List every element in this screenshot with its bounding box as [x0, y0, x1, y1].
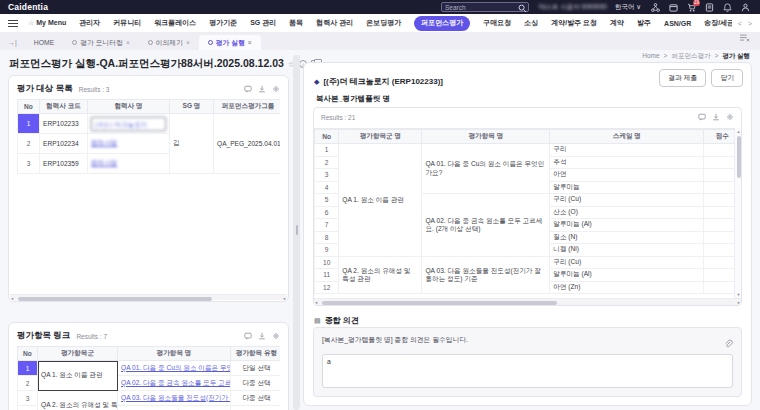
partner-name-link[interactable]: 협력사명	[91, 159, 117, 166]
code-cell[interactable]: ERP102234	[40, 134, 88, 154]
no-cell[interactable]: 10	[315, 256, 339, 269]
hscroll-thumb[interactable]	[322, 301, 557, 305]
scale-cell[interactable]: 니켈 (Ni)	[550, 244, 704, 257]
scale-cell[interactable]: 알루미늄 (Al)	[550, 269, 704, 282]
item-link[interactable]: QA 01. 다음 중 Cu의 원소 이름은 무엇인가요?	[121, 364, 231, 371]
menu-item-계약[interactable]: 계약	[610, 18, 624, 28]
tab-평가 실행[interactable]: 평가 실행×	[199, 35, 261, 50]
menu-item-워크플레이스[interactable]: 워크플레이스	[154, 18, 196, 28]
menu-item-협력사 관리[interactable]: 협력사 관리	[316, 18, 353, 28]
scale-cell[interactable]: 알루미늄	[550, 181, 704, 194]
memo-icon[interactable]	[698, 113, 706, 121]
gear-icon[interactable]	[272, 85, 280, 93]
detail-hscrollbar[interactable]: ◂ ▸	[314, 298, 741, 305]
collapse-tabs-icon[interactable]: →|	[8, 39, 17, 46]
no-cell[interactable]: 1	[18, 114, 40, 134]
gear-icon[interactable]	[726, 113, 734, 121]
no-cell[interactable]: 2	[315, 156, 339, 169]
menu-item-구매요청[interactable]: 구매요청	[483, 18, 511, 28]
no-cell[interactable]: 7	[315, 219, 339, 232]
scale-cell[interactable]: 구리 (Cu)	[550, 194, 704, 207]
memo-icon[interactable]	[244, 85, 252, 93]
no-cell[interactable]: 6	[315, 206, 339, 219]
target-hscrollbar[interactable]: ◂ ▸	[10, 294, 287, 300]
bell-icon[interactable]	[723, 3, 732, 12]
scale-cell[interactable]: 아연	[550, 169, 704, 182]
sg-cell[interactable]: 김	[170, 114, 214, 174]
breadcrumb-퍼포먼스평가[interactable]: 퍼포먼스평가	[671, 52, 710, 61]
detail-vscrollbar[interactable]: ▲ ▼	[734, 128, 741, 298]
menu-item-계약/발주 요청[interactable]: 계약/발주 요청	[551, 18, 597, 28]
type-cell[interactable]: 단일 선택	[231, 406, 281, 410]
group-cell[interactable]: QA 1. 원소 이름 관련	[339, 144, 422, 257]
scale-cell[interactable]: 질소 (N)	[550, 231, 704, 244]
tab-평가 모니터링[interactable]: 평가 모니터링×	[63, 35, 138, 50]
network-hub-icon[interactable]	[651, 3, 660, 12]
app-logo[interactable]: Caidentia	[8, 2, 48, 12]
item-cell[interactable]: QA 03. 다음 원소들을 전도성(전기가 잘 통하는 정도) 기준	[422, 256, 550, 294]
no-cell[interactable]: 9	[315, 244, 339, 257]
menu-item-SG 관리[interactable]: SG 관리	[250, 18, 276, 28]
language-selector[interactable]: 한국어 ∨	[615, 3, 641, 12]
no-cell[interactable]: 12	[315, 281, 339, 294]
menu-item-품목[interactable]: 품목	[289, 18, 303, 28]
type-cell[interactable]: 단일 선택	[231, 361, 281, 376]
menu-item-온보딩평가[interactable]: 온보딩평가	[366, 18, 401, 28]
no-cell[interactable]: 3	[18, 391, 38, 406]
partner-name-input[interactable]: (주)더 테크놀로지	[91, 117, 166, 131]
scroll-right-arrow[interactable]: ▸	[738, 299, 740, 306]
tab-close-icon[interactable]: ×	[248, 39, 252, 46]
scale-cell[interactable]: 구리	[550, 144, 704, 157]
table-row[interactable]: 1QA 1. 원소 이름 관련QA 01. 다음 중 Cu의 원소 이름은 무엇…	[18, 361, 281, 376]
group-cell[interactable]: QA_PEG_2025.04.01.01	[214, 114, 281, 174]
item-cell[interactable]: QA 01. 다음 중 Cu의 원소 이름은 무엇인가요?	[422, 144, 550, 194]
menu-item-ASN/GR[interactable]: ASN/GR	[664, 20, 691, 27]
global-search-input[interactable]: Search	[441, 2, 529, 12]
name-cell[interactable]: 협력사명	[88, 134, 170, 154]
download-icon[interactable]	[712, 113, 720, 121]
user-icon[interactable]	[741, 3, 750, 12]
scroll-up-arrow[interactable]: ▲	[735, 129, 742, 134]
no-cell[interactable]: 2	[18, 376, 38, 391]
scroll-left-arrow[interactable]: ◂	[11, 295, 13, 302]
menu-item-송장/세금계산서[interactable]: 송장/세금계산서	[704, 18, 731, 28]
hamburger-menu-icon[interactable]	[8, 18, 18, 29]
menu-item-관리자[interactable]: 관리자	[79, 18, 100, 28]
group-cell[interactable]: QA 2. 원소의 유해성 및 특성 관련	[339, 256, 422, 294]
scale-cell[interactable]: 아연 (Zn)	[550, 281, 704, 294]
menu-scroll-left-icon[interactable]: <	[738, 20, 742, 27]
vscroll-thumb[interactable]	[737, 136, 741, 178]
no-cell[interactable]: 1	[18, 361, 38, 376]
menu-item-My Menu[interactable]: ☆ My Menu	[28, 19, 66, 27]
calendar-icon[interactable]	[669, 3, 678, 12]
tab-HOME[interactable]: HOME	[25, 35, 63, 50]
type-cell[interactable]: 다중 선택	[231, 376, 281, 391]
close-button[interactable]: 닫기	[711, 69, 743, 87]
memo-icon[interactable]	[244, 332, 252, 340]
table-row[interactable]: 1QA 1. 원소 이름 관련QA 01. 다음 중 Cu의 원소 이름은 무엇…	[315, 144, 741, 157]
item-link[interactable]: QA 03. 다음 원소들을 전도성(전기가 잘 통하는 정도) 기준	[121, 394, 231, 401]
panel-splitter[interactable]	[293, 55, 300, 410]
table-row[interactable]: 3QA 2. 원소의 유해성 및 특성 관련QA 03. 다음 원소들을 전도성…	[18, 391, 281, 406]
no-cell[interactable]: 8	[315, 231, 339, 244]
menu-item-퍼포먼스평가[interactable]: 퍼포먼스평가	[414, 16, 470, 31]
no-cell[interactable]: 5	[315, 194, 339, 207]
no-cell[interactable]: 3	[315, 169, 339, 182]
download-icon[interactable]	[258, 332, 266, 340]
menu-item-평가기준[interactable]: 평가기준	[209, 18, 237, 28]
partner-name-link[interactable]: 협력사명	[91, 139, 117, 146]
submit-result-button[interactable]: 결과 제출	[659, 69, 706, 87]
tab-close-icon[interactable]: ×	[186, 39, 190, 46]
group-cell[interactable]: QA 1. 원소 이름 관련	[38, 361, 118, 391]
scale-cell[interactable]: 알루미늄 (Al)	[550, 219, 704, 232]
menu-item-소싱[interactable]: 소싱	[524, 18, 538, 28]
menu-scroll-right-icon[interactable]: >	[748, 20, 752, 27]
gear-icon[interactable]	[272, 332, 280, 340]
code-cell[interactable]: ERP102359	[40, 154, 88, 174]
no-cell[interactable]: 4	[315, 181, 339, 194]
scroll-down-arrow[interactable]: ▼	[735, 292, 742, 297]
no-cell[interactable]: 1	[315, 144, 339, 157]
menu-item-발주[interactable]: 발주	[637, 18, 651, 28]
code-cell[interactable]: ERP102233	[40, 114, 88, 134]
scroll-left-arrow[interactable]: ◂	[315, 299, 317, 306]
